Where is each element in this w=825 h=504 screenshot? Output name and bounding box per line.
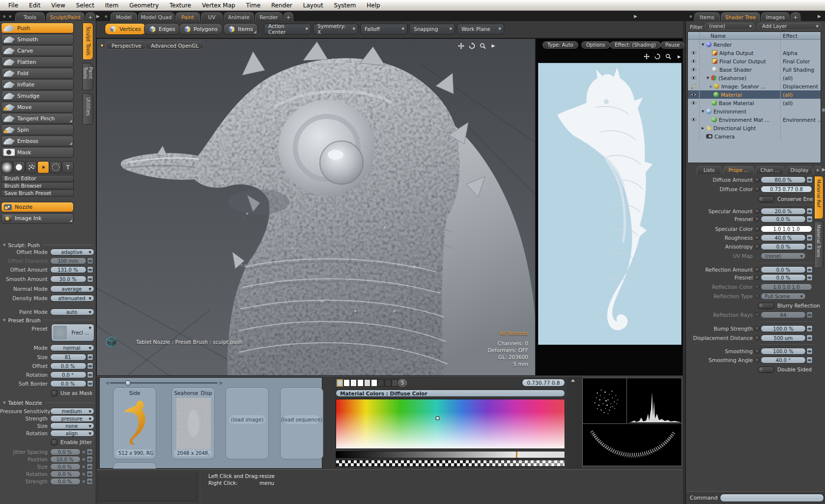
spinner-icon[interactable] bbox=[806, 357, 813, 364]
tab-animate[interactable]: Animate bbox=[224, 12, 254, 21]
action-center-dropdown[interactable]: Action Center bbox=[264, 24, 311, 34]
tab-scroll-right-icon[interactable]: ▶ bbox=[634, 14, 637, 19]
offset-amount-field[interactable]: 131.0 % bbox=[50, 266, 86, 273]
channel-knob-icon[interactable] bbox=[755, 244, 760, 249]
spinner-icon[interactable] bbox=[87, 371, 93, 378]
nozzle-strength-dropdown[interactable]: pressure bbox=[50, 415, 94, 422]
slider-knob[interactable] bbox=[125, 380, 131, 386]
color-swatch[interactable] bbox=[337, 379, 343, 387]
spray-brush-icon[interactable] bbox=[26, 161, 37, 173]
channel-knob-icon[interactable] bbox=[755, 267, 760, 272]
tool-move[interactable]: Move bbox=[1, 102, 74, 112]
falloff-dropdown[interactable]: Falloff bbox=[360, 24, 407, 34]
shader-row-directional-light[interactable]: ▶ Directional Light bbox=[688, 124, 821, 132]
paint-brush-icon[interactable] bbox=[688, 82, 700, 90]
eye-cell[interactable] bbox=[688, 124, 700, 132]
channel-knob-icon[interactable] bbox=[755, 235, 760, 240]
rotate-icon[interactable] bbox=[468, 42, 475, 49]
tab-uv[interactable]: UV bbox=[201, 12, 223, 21]
tool-emboss[interactable]: Emboss bbox=[1, 136, 74, 146]
tab-dot-icon[interactable] bbox=[104, 15, 108, 19]
mini-knob-icon[interactable] bbox=[82, 450, 86, 454]
color-swatch[interactable] bbox=[357, 379, 364, 387]
tool-mask[interactable]: Mask bbox=[1, 147, 74, 158]
viewport-options-icon[interactable] bbox=[100, 44, 104, 47]
visibility-eye-icon[interactable] bbox=[688, 49, 700, 57]
spinner-icon[interactable] bbox=[806, 348, 813, 355]
stencil-brush-icon[interactable] bbox=[50, 161, 61, 173]
hue-saturation-field[interactable] bbox=[336, 399, 565, 449]
side-tab-utilities[interactable]: Utilities bbox=[83, 93, 93, 125]
nozzle-button[interactable]: Nozzle bbox=[1, 202, 74, 212]
spinner-icon[interactable] bbox=[87, 363, 93, 369]
tool-smudge[interactable]: Smudge bbox=[1, 90, 74, 101]
paint-mode-dropdown[interactable]: auto bbox=[50, 308, 94, 315]
preview-menu-arrow-icon[interactable]: ▶ bbox=[676, 53, 683, 60]
enable-jitter-checkbox[interactable] bbox=[51, 439, 57, 446]
brush-mode-dropdown[interactable]: normal bbox=[50, 344, 94, 351]
jitter-position-field[interactable]: 10.0 % bbox=[50, 456, 81, 463]
rotate-icon[interactable] bbox=[654, 53, 661, 60]
tool-flatten[interactable]: Flatten bbox=[1, 56, 74, 67]
shader-row-image-displacement[interactable]: + Image: Seahor ... Displacement bbox=[688, 82, 821, 90]
shader-row-environment-material[interactable]: Environment Mat ... Environment ... bbox=[688, 115, 821, 124]
spinner-icon[interactable] bbox=[806, 311, 813, 318]
text-brush-icon[interactable]: T bbox=[62, 161, 74, 173]
save-brush-preset-button[interactable]: Save Brush Preset bbox=[1, 190, 74, 196]
channel-knob-icon[interactable] bbox=[755, 294, 760, 299]
color-swatch[interactable] bbox=[371, 379, 377, 387]
channel-knob-icon[interactable] bbox=[755, 217, 760, 222]
shader-row-environment[interactable]: ▼ Environment bbox=[688, 107, 821, 115]
spinner-icon[interactable] bbox=[87, 380, 93, 387]
channel-knob-icon[interactable] bbox=[755, 349, 760, 354]
menu-system[interactable]: System bbox=[329, 1, 362, 10]
tab-render[interactable]: Render bbox=[255, 12, 283, 21]
channel-knob-icon[interactable] bbox=[755, 177, 760, 182]
color-swatch[interactable] bbox=[364, 379, 370, 387]
mini-knob-icon[interactable] bbox=[82, 465, 86, 469]
visibility-eye-icon[interactable] bbox=[688, 90, 700, 99]
anisotropy-field[interactable]: 0.0 % bbox=[761, 243, 806, 250]
clip-side[interactable]: Side 512 x 990, RG ... bbox=[113, 388, 156, 459]
tab-model[interactable]: Model bbox=[111, 12, 137, 21]
tool-spin[interactable]: Spin bbox=[1, 124, 74, 135]
tab-add-right[interactable]: + bbox=[791, 12, 800, 21]
soft-brush-icon[interactable] bbox=[1, 161, 13, 173]
side-tab-sculpt-tools[interactable]: Sculpt Tools bbox=[83, 23, 93, 60]
spinner-icon[interactable] bbox=[806, 234, 813, 241]
spinner-icon[interactable] bbox=[806, 243, 813, 250]
spinner-icon[interactable] bbox=[806, 335, 813, 341]
spinner-icon[interactable] bbox=[86, 478, 93, 485]
vertices-mode-button[interactable]: Vertices bbox=[105, 23, 146, 35]
visibility-eye-icon[interactable] bbox=[688, 99, 700, 107]
tool-smooth[interactable]: Smooth bbox=[1, 34, 74, 45]
visibility-eye-icon[interactable] bbox=[688, 57, 700, 65]
menu-layout[interactable]: Layout bbox=[298, 1, 329, 10]
side-tab-material-trans[interactable]: Material Trans bbox=[814, 221, 824, 268]
tool-fold[interactable]: Fold bbox=[1, 68, 74, 79]
expand-icon[interactable]: ▼ bbox=[705, 76, 711, 80]
color-swatch[interactable] bbox=[385, 379, 391, 387]
main-3d-viewport[interactable]: +x Perspective Advanced OpenGL ▶ Tablet … bbox=[96, 38, 536, 376]
eye-cell[interactable] bbox=[688, 107, 700, 115]
reflection-amount-field[interactable]: 0.0 % bbox=[761, 266, 806, 273]
tab-scroll-right-icon[interactable]: ▶ bbox=[818, 14, 821, 19]
tab-tools[interactable]: Tools bbox=[15, 12, 45, 21]
tab-scroll-right-icon[interactable]: ▶ bbox=[96, 14, 100, 19]
brush-rotation-field[interactable]: 0.0 ° bbox=[50, 371, 86, 378]
expand-icon[interactable]: ▼ bbox=[700, 43, 706, 47]
tab-dot-icon[interactable] bbox=[689, 15, 693, 19]
items-mode-button[interactable]: Items bbox=[223, 23, 258, 35]
tab-channels[interactable]: Chan ... bbox=[756, 166, 784, 174]
viewport-tab-advanced-opengl[interactable]: Advanced OpenGL bbox=[145, 41, 204, 50]
spinner-icon[interactable] bbox=[806, 176, 813, 183]
command-input[interactable] bbox=[720, 494, 824, 502]
diffuse-amount-field[interactable]: 80.0 % bbox=[761, 176, 806, 183]
blurry-reflection-toggle[interactable] bbox=[758, 303, 774, 309]
shader-row-camera[interactable]: Camera bbox=[688, 132, 821, 140]
procedural-brush-icon[interactable]: ✶ bbox=[37, 161, 49, 173]
spinner-icon[interactable] bbox=[86, 471, 93, 477]
tab-sculpt-paint[interactable]: Sculpt/Paint bbox=[46, 12, 85, 21]
menu-texture[interactable]: Texture bbox=[164, 1, 197, 10]
jitter-size-field[interactable]: 0.0 % bbox=[50, 463, 81, 470]
